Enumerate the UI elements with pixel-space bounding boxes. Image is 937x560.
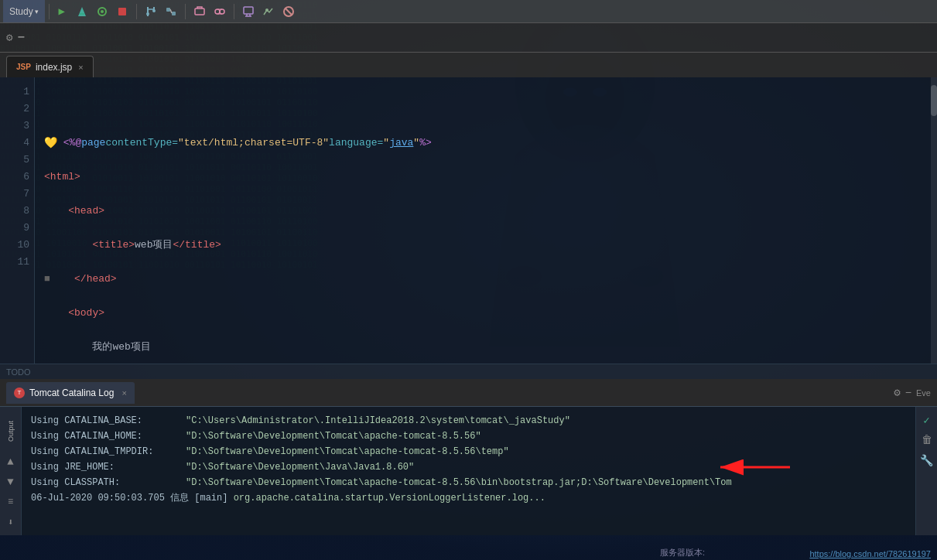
tab-label: index.jsp	[36, 62, 72, 73]
output-line-3: Using CATALINA_TMPDIR: "D:\Software\Deve…	[31, 444, 906, 459]
toolbar-separator-1	[49, 4, 50, 19]
tab-index-jsp[interactable]: JSP index.jsp ×	[6, 56, 94, 77]
code-line-1	[44, 101, 922, 118]
jsp-icon: JSP	[16, 63, 31, 71]
output-val-6: org.apache.catalina.startup.VersionLogge…	[227, 490, 545, 506]
output-val-2: "D:\Software\Development\Tomcat\apache-t…	[186, 429, 481, 444]
code-content[interactable]: 💛 <%@ page contentType="text/html;charse…	[35, 77, 931, 364]
svg-rect-7	[80, 13, 84, 15]
tab-close-icon[interactable]: ×	[78, 63, 83, 72]
settings-minus-icon[interactable]: −	[17, 31, 25, 45]
code-line-4: <head>	[44, 203, 922, 220]
tab-tomcat-log[interactable]: T Tomcat Catalina Log ×	[6, 382, 135, 404]
tool1-button[interactable]	[191, 3, 208, 20]
build-button[interactable]	[74, 3, 91, 20]
panel-tabs: T Tomcat Catalina Log ×	[6, 382, 135, 404]
svg-point-11	[146, 12, 149, 15]
svg-point-19	[265, 9, 268, 12]
toolbar-separator-4	[234, 4, 234, 19]
output-val-4: "D:\Software\Development\Java\Java1.8.60…	[186, 459, 414, 475]
code-line-5: <title>web项目</title>	[44, 237, 922, 254]
svg-rect-10	[118, 8, 126, 15]
svg-rect-15	[195, 9, 204, 15]
code-line-8: 我的web项目	[44, 339, 922, 356]
panel-expand-label[interactable]: Eve	[916, 388, 931, 398]
settings-bar: ⚙ −	[0, 23, 937, 53]
toolbar-separator-2	[136, 4, 137, 19]
output-key-5: Using CLASSPATH:	[31, 475, 186, 490]
right-wrench-button[interactable]: 🔧	[918, 452, 935, 469]
output-val-5: "D:\Software\Development\Tomcat\apache-t…	[186, 475, 732, 490]
output-key-3: Using CATALINA_TMPDIR:	[31, 444, 186, 459]
settings-gear-icon[interactable]: ⚙	[6, 31, 12, 44]
graph-button[interactable]	[260, 3, 277, 20]
output-line-6: 06-Jul-2020 09:50:03.705 信息 [main] org.a…	[31, 490, 906, 506]
svg-point-9	[101, 10, 104, 13]
line-numbers: 1 2 3 4 5 6 7 8 9 10 11	[0, 77, 35, 364]
editor-container: ⚙ − JSP index.jsp × 1 2 3 4 5 6 7 8 9 10…	[0, 23, 937, 379]
menu-bar: Study ▾ ▶	[0, 0, 937, 23]
output-key-6: 06-Jul-2020 09:50:03.705 信息 [main]	[31, 490, 227, 506]
output-area[interactable]: Using CATALINA_BASE: "C:\Users\Administr…	[22, 407, 915, 535]
code-line-2: 💛 <%@ page contentType="text/html;charse…	[44, 135, 922, 152]
output-line-1: Using CATALINA_BASE: "C:\Users\Administr…	[31, 413, 906, 429]
tab-bar: JSP index.jsp ×	[0, 53, 937, 77]
panel-content: Output ▲ ▼ ≡ ⬇ Using CATALINA_BASE: "C:\…	[0, 407, 937, 535]
output-key-4: Using JRE_HOME:	[31, 459, 186, 475]
svg-point-16	[215, 9, 220, 14]
panel-controls: ⚙ − Eve	[894, 386, 931, 399]
footer-text: TODO	[6, 367, 31, 377]
monitor-button[interactable]	[240, 3, 257, 20]
menu-dropdown-icon: ▾	[35, 8, 39, 15]
panel-tab-close-icon[interactable]: ×	[121, 388, 126, 398]
svg-rect-14	[172, 12, 176, 15]
wrap-button[interactable]: ≡	[2, 493, 19, 510]
svg-marker-6	[78, 7, 86, 16]
panel-right-side: ✓ 🗑 🔧	[915, 407, 937, 535]
vcs-button[interactable]	[142, 3, 159, 20]
scroll-down-button[interactable]: ▼	[2, 473, 19, 490]
output-val-1: "C:\Users\Administrator\.IntelliJIdea201…	[186, 413, 570, 429]
code-line-3: <html>	[44, 169, 922, 186]
panel-header: T Tomcat Catalina Log × ⚙ − Eve	[0, 379, 937, 407]
panel-sidebar: Output ▲ ▼ ≡ ⬇	[0, 407, 22, 535]
code-line-6: ■ </head>	[44, 271, 922, 288]
scroll-up-button[interactable]: ▲	[2, 453, 19, 470]
output-key-1: Using CATALINA_BASE:	[31, 413, 186, 429]
menu-study[interactable]: Study ▾	[3, 0, 45, 22]
bottom-panel: T Tomcat Catalina Log × ⚙ − Eve Output ▲…	[0, 379, 937, 535]
editor-scrollbar-thumb[interactable]	[931, 85, 937, 116]
panel-minimize-icon[interactable]: −	[905, 387, 911, 399]
toolbar-icons: ▶	[53, 3, 297, 20]
right-trash-button[interactable]: 🗑	[918, 432, 935, 449]
output-line-5: Using CLASSPATH: "D:\Software\Developmen…	[31, 475, 906, 490]
export-button[interactable]: ⬇	[2, 514, 19, 531]
run-button[interactable]: ▶	[53, 3, 70, 20]
output-val-3: "D:\Software\Development\Tomcat\apache-t…	[186, 444, 509, 459]
stop-button[interactable]	[114, 3, 131, 20]
code-line-7: <body>	[44, 305, 922, 322]
panel-settings-icon[interactable]: ⚙	[894, 386, 900, 399]
editor-footer: TODO	[0, 364, 937, 379]
output-line-4: Using JRE_HOME: "D:\Software\Development…	[31, 459, 906, 475]
output-key-2: Using CATALINA_HOME:	[31, 429, 186, 444]
bottom-service-label: 服务器版本:	[660, 547, 705, 558]
tomcat-icon: T	[14, 388, 25, 398]
output-label-area: Output	[7, 411, 15, 450]
block-button[interactable]	[280, 3, 297, 20]
svg-rect-13	[166, 8, 170, 12]
output-line-2: Using CATALINA_HOME: "D:\Software\Develo…	[31, 429, 906, 444]
svg-point-17	[220, 9, 224, 14]
panel-tab-label: Tomcat Catalina Log	[29, 388, 114, 398]
svg-rect-18	[244, 7, 253, 14]
editor-scrollbar[interactable]	[931, 77, 937, 364]
tool2-button[interactable]	[211, 3, 228, 20]
debug-button[interactable]	[94, 3, 111, 20]
menu-study-label: Study	[9, 6, 33, 17]
toolbar-separator-3	[185, 4, 186, 19]
code-editor: 1 2 3 4 5 6 7 8 9 10 11 💛 <%@ page conte…	[0, 77, 937, 364]
right-check-button[interactable]: ✓	[918, 411, 935, 429]
blog-url[interactable]: https://blog.csdn.net/782619197	[809, 549, 931, 558]
vcs2-button[interactable]	[162, 3, 180, 20]
